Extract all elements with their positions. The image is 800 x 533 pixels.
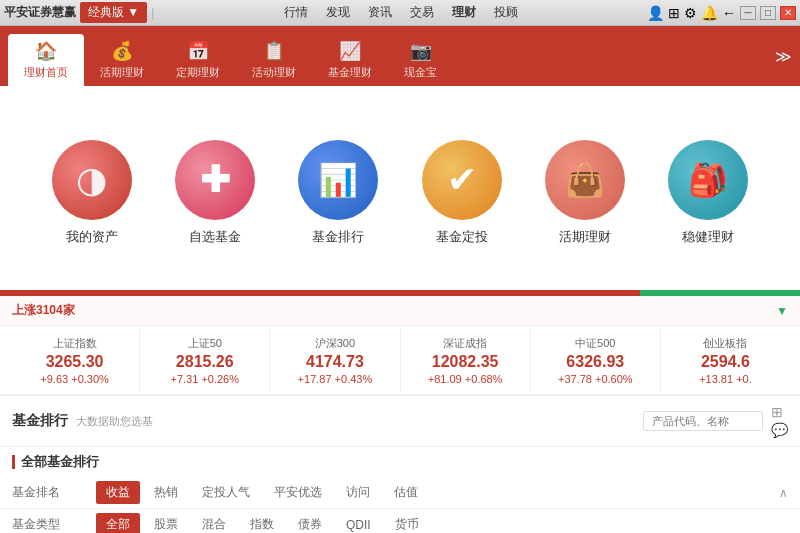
- hero-card-fund-invest[interactable]: ✔ 基金定投: [422, 140, 502, 246]
- hero-section: ◑ 我的资产 ✚ 自选基金 📊 基金排行 ✔ 基金定投 👜 活期理: [0, 86, 800, 296]
- index-chinext-name: 创业板指: [703, 336, 747, 351]
- hero-cards-container: ◑ 我的资产 ✚ 自选基金 📊 基金排行 ✔ 基金定投 👜 活期理: [0, 86, 800, 290]
- stable-circle: 🎒: [668, 140, 748, 220]
- index-csi500-name: 中证500: [575, 336, 615, 351]
- fund-select-circle: ✚: [175, 140, 255, 220]
- fund-tab-estimate[interactable]: 估值: [384, 481, 428, 504]
- fund-rank-circle: 📊: [298, 140, 378, 220]
- fund-section: 基金排行 大数据助您选基 ⊞ 💬 全部基金排行 基金排名 收益 热销 定投人气 …: [0, 396, 800, 533]
- index-hs300-value: 4174.73: [306, 353, 364, 371]
- fund-type-all[interactable]: 全部: [96, 513, 140, 533]
- fund-invest-label: 基金定投: [436, 228, 488, 246]
- maximize-button[interactable]: □: [760, 6, 776, 20]
- fund-finance-icon: 📈: [339, 40, 361, 62]
- wechat-icon[interactable]: 💬: [771, 422, 788, 438]
- index-csi500-change: +37.78 +0.60%: [558, 373, 633, 385]
- fund-tab-return[interactable]: 收益: [96, 481, 140, 504]
- menu-finance[interactable]: 理财: [444, 2, 484, 23]
- tab-fixed-finance-label: 定期理财: [176, 65, 220, 80]
- fund-type-currency[interactable]: 货币: [385, 513, 429, 533]
- home-icon: 🏠: [35, 40, 57, 62]
- index-bar: 上证指数 3265.30 +9.63 +0.30% 上证50 2815.26 +…: [0, 326, 800, 396]
- tab-fund-finance-label: 基金理财: [328, 65, 372, 80]
- tab-fixed-finance[interactable]: 📅 定期理财: [160, 34, 236, 86]
- fund-tab-hot[interactable]: 热销: [144, 481, 188, 504]
- hero-card-current[interactable]: 👜 活期理财: [545, 140, 625, 246]
- index-sh50-change: +7.31 +0.26%: [171, 373, 240, 385]
- tab-bar: 🏠 理财首页 💰 活期理财 📅 定期理财 📋 活动理财 📈 基金理财 📷 现金宝…: [0, 26, 800, 86]
- minimize-button[interactable]: ─: [740, 6, 756, 20]
- market-filter-icon[interactable]: ▼: [776, 304, 788, 318]
- tab-finance-home-label: 理财首页: [24, 65, 68, 80]
- fund-header-subtitle: 大数据助您选基: [76, 414, 153, 429]
- fund-type-qdii[interactable]: QDII: [336, 515, 381, 534]
- index-chinext[interactable]: 创业板指 2594.6 +13.81 +0.: [661, 328, 790, 393]
- fund-tab-visit[interactable]: 访问: [336, 481, 380, 504]
- fund-type-mixed[interactable]: 混合: [192, 513, 236, 533]
- assets-circle: ◑: [52, 140, 132, 220]
- index-shenzhen-change: +81.09 +0.68%: [428, 373, 503, 385]
- user-icon[interactable]: 👤: [647, 5, 664, 21]
- index-shenzhen[interactable]: 深证成指 12082.35 +81.09 +0.68%: [401, 328, 531, 393]
- menu-news[interactable]: 资讯: [360, 2, 400, 23]
- fund-tab-regular[interactable]: 定投人气: [192, 481, 260, 504]
- index-shenzhen-value: 12082.35: [432, 353, 499, 371]
- menu-invest[interactable]: 投顾: [486, 2, 526, 23]
- fund-search-icons: ⊞ 💬: [771, 404, 788, 438]
- tab-active-finance[interactable]: 📋 活动理财: [236, 34, 312, 86]
- version-selector[interactable]: 经典版 ▼: [80, 2, 147, 23]
- index-shanghai[interactable]: 上证指数 3265.30 +9.63 +0.30%: [10, 328, 140, 393]
- index-hs300[interactable]: 沪深300 4174.73 +17.87 +0.43%: [270, 328, 400, 393]
- qr-icon[interactable]: ⊞: [771, 404, 788, 420]
- menu-trade[interactable]: 交易: [402, 2, 442, 23]
- fund-section-label: 全部基金排行: [21, 453, 99, 471]
- index-shanghai-value: 3265.30: [46, 353, 104, 371]
- fund-search-input[interactable]: [643, 411, 763, 431]
- notification-icon[interactable]: 🔔: [701, 5, 718, 21]
- menu-market[interactable]: 行情: [276, 2, 316, 23]
- index-csi500[interactable]: 中证500 6326.93 +37.78 +0.60%: [531, 328, 661, 393]
- fund-section-title: 全部基金排行: [0, 447, 800, 477]
- window-controls: 👤 ⊞ ⚙ 🔔 ← ─ □ ✕: [647, 5, 796, 21]
- stable-label: 稳健理财: [682, 228, 734, 246]
- fund-rank-icon: 📊: [318, 161, 358, 199]
- tab-collapse-button[interactable]: ≫: [775, 47, 792, 66]
- fund-type-bond[interactable]: 债券: [288, 513, 332, 533]
- app-logo: 平安证券慧赢: [4, 4, 76, 21]
- apps-icon[interactable]: ⊞: [668, 5, 680, 21]
- fund-type-row: 基金类型 全部 股票 混合 指数 债券 QDII 货币: [0, 509, 800, 533]
- index-sh50[interactable]: 上证50 2815.26 +7.31 +0.26%: [140, 328, 270, 393]
- menu-discover[interactable]: 发现: [318, 2, 358, 23]
- fund-type-index[interactable]: 指数: [240, 513, 284, 533]
- active-finance-icon: 📋: [263, 40, 285, 62]
- back-icon[interactable]: ←: [722, 5, 736, 21]
- title-bar: 平安证券慧赢 经典版 ▼ | 行情 发现 资讯 交易 理财 投顾 👤 ⊞ ⚙ 🔔…: [0, 0, 800, 26]
- current-label: 活期理财: [559, 228, 611, 246]
- hero-card-stable[interactable]: 🎒 稳健理财: [668, 140, 748, 246]
- index-shanghai-name: 上证指数: [53, 336, 97, 351]
- index-sh50-value: 2815.26: [176, 353, 234, 371]
- fund-red-bar-accent: [12, 455, 15, 469]
- hero-card-fund-select[interactable]: ✚ 自选基金: [175, 140, 255, 246]
- tab-fund-finance[interactable]: 📈 基金理财: [312, 34, 388, 86]
- tab-cash-bao[interactable]: 📷 现金宝: [388, 34, 453, 86]
- tab-active-finance-label: 活动理财: [252, 65, 296, 80]
- fund-header-title: 基金排行: [12, 412, 68, 430]
- index-chinext-value: 2594.6: [701, 353, 750, 371]
- tab-current-finance[interactable]: 💰 活期理财: [84, 34, 160, 86]
- fund-invest-icon: ✔: [447, 159, 477, 201]
- market-status-text: 上涨3104家: [12, 302, 75, 319]
- settings-icon[interactable]: ⚙: [684, 5, 697, 21]
- tab-finance-home[interactable]: 🏠 理财首页: [8, 34, 84, 86]
- hero-card-assets[interactable]: ◑ 我的资产: [52, 140, 132, 246]
- stable-icon: 🎒: [688, 161, 728, 199]
- fund-type-stock[interactable]: 股票: [144, 513, 188, 533]
- fund-tab-pingan[interactable]: 平安优选: [264, 481, 332, 504]
- index-chinext-change: +13.81 +0.: [699, 373, 752, 385]
- hero-card-fund-rank[interactable]: 📊 基金排行: [298, 140, 378, 246]
- fund-select-label: 自选基金: [189, 228, 241, 246]
- close-button[interactable]: ✕: [780, 6, 796, 20]
- fixed-finance-icon: 📅: [187, 40, 209, 62]
- fund-tabs-collapse-icon[interactable]: ∧: [779, 486, 788, 500]
- assets-icon: ◑: [76, 159, 107, 201]
